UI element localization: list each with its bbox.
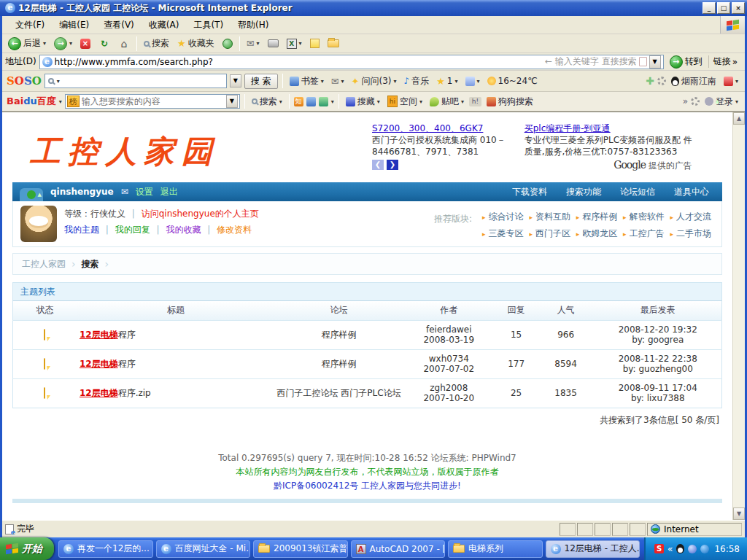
taskbar-task[interactable]: 2009013镇江索普	[253, 540, 348, 558]
baidu-login-button[interactable]: 登录▾	[703, 96, 740, 108]
message-envelope-icon[interactable]: ✉	[121, 187, 128, 197]
ad-right[interactable]: 买plc编程手册-到亚通 专业代理三菱全系列PLC变频器伺服及配 件 质量,服务…	[525, 122, 692, 182]
back-dropdown-icon[interactable]: ▾	[43, 40, 46, 47]
author-cell[interactable]: feierdawei2008-03-19	[403, 320, 495, 349]
nav-search-link[interactable]: 搜索功能	[560, 186, 607, 198]
stop-button[interactable]: ×	[77, 38, 93, 50]
nav-message-link[interactable]: 论坛短信	[614, 186, 661, 198]
baidu-zhidao-icon[interactable]: 知	[294, 97, 303, 106]
taskbar-task[interactable]: 电梯系列	[448, 540, 543, 558]
baidu-bang-badge[interactable]: 榜	[67, 96, 80, 107]
menu-edit[interactable]: 编辑(E)	[52, 17, 96, 34]
soso-bookmarks-button[interactable]: 书签▾	[287, 75, 326, 88]
board-link[interactable]: 解密软件	[627, 211, 667, 222]
soso-mail-button[interactable]: ✉▾	[329, 76, 347, 87]
menu-favorites[interactable]: 收藏(A)	[142, 17, 187, 34]
board-link[interactable]: 二手市场	[673, 228, 714, 238]
taskbar-task[interactable]: e百度网址大全 - Mi...	[156, 540, 251, 558]
history-button[interactable]	[220, 38, 236, 50]
menu-file[interactable]: 文件(F)	[8, 17, 52, 34]
board-link[interactable]: 程序样例	[579, 211, 620, 222]
baidu-space-button[interactable]: hi 空间▾	[385, 96, 425, 108]
print-button[interactable]	[265, 39, 282, 48]
soso-cart-button[interactable]: ▾	[463, 77, 482, 86]
soso-weather-button[interactable]: 16~24℃	[485, 76, 540, 86]
messenger-tray-icon[interactable]	[688, 545, 697, 553]
ad-left-title[interactable]: S7200、300、400、6GK7	[372, 122, 506, 134]
settings-link[interactable]: 设置	[136, 186, 153, 198]
footer-icp[interactable]: 黔ICP备06002412号 工控人家园与您共同进步!	[12, 479, 722, 493]
maximize-button[interactable]: □	[717, 2, 730, 14]
author-cell[interactable]: wxh07342007-07-02	[403, 349, 495, 378]
board-link[interactable]: 西门子区	[533, 228, 573, 238]
baidu-soucang-button[interactable]: 搜藏▾	[344, 96, 382, 108]
start-button[interactable]: 开始	[0, 537, 54, 560]
nav-download-link[interactable]: 下载资料	[506, 186, 553, 198]
scroll-down-icon[interactable]: ▼	[733, 508, 745, 520]
my-replies-link[interactable]: 我的回复	[115, 225, 150, 235]
nav-props-link[interactable]: 道具中心	[668, 186, 715, 198]
soso-settings-icon[interactable]	[657, 77, 666, 85]
lastpost-cell[interactable]: 2008-11-22 22:38by: guozheng00	[595, 349, 722, 378]
vertical-scrollbar[interactable]: ▲ ▼	[732, 112, 745, 520]
baidu-logo-dropdown-icon[interactable]: ▾	[59, 98, 62, 105]
edit-excel-button[interactable]: X▾	[284, 38, 305, 50]
forum-cell[interactable]: 程序样例	[275, 349, 403, 378]
board-link[interactable]: 人才交流	[673, 211, 714, 222]
logout-link[interactable]: 退出	[160, 186, 178, 198]
minimize-button[interactable]: _	[703, 2, 716, 14]
tray-collapse-icon[interactable]: «	[667, 544, 673, 554]
forward-button[interactable]: → ▾	[51, 36, 75, 51]
ad-prev-button[interactable]: ❮	[372, 160, 384, 170]
baidu-overflow-icon[interactable]: »	[683, 96, 688, 106]
ad-next-button[interactable]: ❯	[387, 160, 398, 170]
baidu-settings-icon[interactable]	[691, 97, 700, 106]
soso-wenwen-button[interactable]: ✦ 问问(3)▾	[349, 75, 399, 88]
address-input[interactable]	[55, 57, 543, 67]
soso-input-dropdown-icon[interactable]: ▼	[230, 74, 241, 88]
close-button[interactable]: ×	[732, 2, 745, 14]
network-tray-icon[interactable]	[700, 545, 709, 553]
username[interactable]: qinshengyue	[50, 187, 114, 197]
favorites-button[interactable]: ★ 收藏夹	[174, 36, 217, 50]
baidu-cards-icon[interactable]	[319, 97, 328, 106]
lastpost-cell[interactable]: 2008-09-11 17:04by: lixu7388	[595, 378, 722, 408]
taskbar-task-active[interactable]: e12层电梯 - 工控人...	[546, 540, 640, 558]
menu-view[interactable]: 查看(V)	[96, 17, 142, 34]
search-button[interactable]: 搜索	[141, 36, 172, 50]
my-favorites-link[interactable]: 我的收藏	[166, 225, 201, 235]
board-link[interactable]: 三菱专区	[486, 228, 527, 238]
baidu-search-button[interactable]: 搜索▾	[249, 96, 285, 108]
links-menu[interactable]: 链接 »	[708, 55, 742, 68]
back-button[interactable]: ← 后退 ▾	[5, 36, 49, 51]
address-dropdown-icon[interactable]: ▼	[649, 55, 661, 69]
sogou-tray-icon[interactable]: S	[654, 544, 664, 553]
site-logo[interactable]: 工控人家园	[12, 118, 220, 182]
topic-title-link[interactable]: 12层电梯	[80, 388, 118, 398]
baidu-search-field[interactable]: 榜 ▼	[65, 94, 240, 109]
topic-title-link[interactable]: 12层电梯	[80, 359, 118, 369]
soso-pdf-button[interactable]: ▾	[721, 77, 740, 86]
baidu-search-input[interactable]	[82, 96, 224, 106]
taskbar-task[interactable]: AAutoCAD 2007 - [C:...	[351, 540, 446, 558]
ad-right-title[interactable]: 买plc编程手册-到亚通	[525, 122, 692, 134]
my-topics-link[interactable]: 我的主题	[64, 225, 99, 235]
mail-button[interactable]: ✉▾	[244, 37, 263, 50]
homepage-link[interactable]: 访问qinshengyue的个人主页	[142, 209, 259, 219]
soso-qq-account[interactable]: 烟雨江南	[669, 75, 719, 88]
notes-button[interactable]	[307, 38, 322, 49]
menu-tools[interactable]: 工具(T)	[186, 17, 231, 34]
menu-help[interactable]: 帮助(H)	[231, 17, 276, 34]
forum-cell[interactable]: 西门子工控论坛 西门子PLC论坛	[275, 378, 403, 408]
soso-search-input[interactable]: ▾	[44, 74, 227, 88]
qq-tray-icon[interactable]	[676, 544, 684, 553]
board-link[interactable]: 工控广告	[627, 228, 667, 238]
clock[interactable]: 16:58	[713, 544, 740, 554]
ad-left[interactable]: S7200、300、400、6GK7 西门子公司授权系统集成商 010－ 844…	[372, 122, 506, 182]
taskbar-task[interactable]: e再发一个12层的...	[58, 540, 153, 558]
forward-dropdown-icon[interactable]: ▾	[69, 40, 72, 47]
forum-cell[interactable]: 程序样例	[275, 320, 403, 349]
baidu-tieba-button[interactable]: 贴吧▾	[427, 96, 466, 108]
scroll-up-icon[interactable]: ▲	[733, 112, 745, 125]
board-link[interactable]: 欧姆龙区	[579, 228, 620, 238]
